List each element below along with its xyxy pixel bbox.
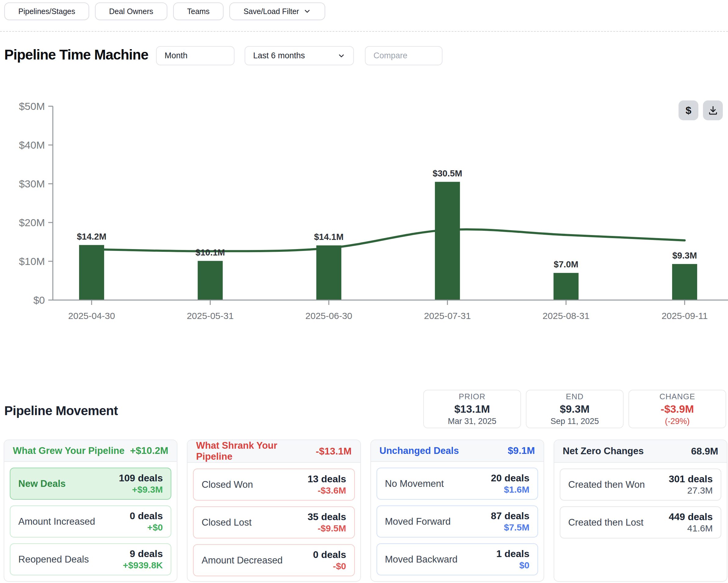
created-then-won-label: Created then Won xyxy=(568,479,645,490)
amount-decreased-amount: -$0 xyxy=(313,561,346,572)
amount-decreased-values: 0 deals -$0 xyxy=(313,549,346,572)
created-then-lost-values: 449 deals 41.6M xyxy=(669,511,713,534)
closed-lost-values: 35 deals -$9.5M xyxy=(308,511,346,534)
chart-bar[interactable] xyxy=(79,245,104,300)
grew-pipeline-card: What Grew Your Pipeline +$10.2M New Deal… xyxy=(4,440,177,582)
new-deals-count: 109 deals xyxy=(119,473,163,484)
bar-value-label: $14.1M xyxy=(314,232,343,242)
teams-label: Teams xyxy=(187,7,210,16)
moved-backward-count: 1 deals xyxy=(496,548,529,559)
date-range-label: Last 6 months xyxy=(253,51,305,60)
moved-backward-label: Moved Backward xyxy=(385,554,458,565)
created-then-won-values: 301 deals 27.3M xyxy=(669,473,713,496)
net-zero-changes-card: Net Zero Changes 68.9M Created then Won … xyxy=(554,440,727,582)
movement-heading: Pipeline Movement xyxy=(4,403,118,418)
chart-bar[interactable] xyxy=(672,264,697,300)
deal-owners-filter-button[interactable]: Deal Owners xyxy=(95,2,167,20)
bar-value-label: $7.0M xyxy=(554,260,578,269)
x-tick-label: 2025-07-31 xyxy=(424,311,471,321)
save-load-filter-button[interactable]: Save/Load Filter xyxy=(229,2,325,20)
new-deals-item[interactable]: New Deals 109 deals +$9.3M xyxy=(10,468,171,500)
dashed-divider xyxy=(0,31,728,32)
closed-lost-item[interactable]: Closed Lost 35 deals -$9.5M xyxy=(193,506,355,538)
y-tick-label: $10M xyxy=(19,256,45,267)
grew-pipeline-title: What Grew Your Pipeline xyxy=(13,445,125,456)
compare-field-wrap xyxy=(365,46,442,65)
moved-forward-count: 87 deals xyxy=(491,510,529,522)
reopened-deals-values: 9 deals +$939.8K xyxy=(123,548,163,571)
granularity-label: Month xyxy=(164,51,187,60)
created-then-lost-label: Created then Lost xyxy=(568,517,643,528)
chart-bar[interactable] xyxy=(316,245,341,300)
end-date: Sep 11, 2025 xyxy=(551,417,599,426)
new-deals-label: New Deals xyxy=(18,478,66,489)
grew-pipeline-total: +$10.2M xyxy=(130,445,168,456)
reopened-deals-amount: +$939.8K xyxy=(123,560,163,571)
page-title: Pipeline Time Machine xyxy=(4,46,149,63)
reopened-deals-item[interactable]: Reopened Deals 9 deals +$939.8K xyxy=(10,543,171,575)
closed-won-item[interactable]: Closed Won 13 deals -$3.6M xyxy=(193,469,355,501)
new-deals-values: 109 deals +$9.3M xyxy=(119,473,163,495)
net-zero-changes-total: 68.9M xyxy=(691,446,718,457)
y-tick-label: $20M xyxy=(19,217,45,228)
created-then-won-count: 301 deals xyxy=(669,473,713,485)
no-movement-item[interactable]: No Movement 20 deals $1.6M xyxy=(376,468,538,500)
closed-lost-amount: -$9.5M xyxy=(308,523,346,534)
end-stat-card: END $9.3M Sep 11, 2025 xyxy=(526,390,624,428)
x-tick-label: 2025-06-30 xyxy=(305,311,352,321)
change-label: CHANGE xyxy=(659,392,695,401)
created-then-won-item[interactable]: Created then Won 301 deals 27.3M xyxy=(560,469,721,501)
amount-decreased-item[interactable]: Amount Decreased 0 deals -$0 xyxy=(193,544,355,576)
bar-value-label: $30.5M xyxy=(433,168,462,178)
amount-increased-amount: +$0 xyxy=(130,522,163,533)
download-button[interactable] xyxy=(703,100,723,120)
dollar-icon: $ xyxy=(685,104,691,116)
end-label: END xyxy=(566,392,583,401)
currency-toggle-button[interactable]: $ xyxy=(678,100,698,120)
closed-won-label: Closed Won xyxy=(202,479,253,490)
prior-value: $13.1M xyxy=(454,403,490,415)
reopened-deals-label: Reopened Deals xyxy=(18,554,89,565)
shrank-pipeline-body: Closed Won 13 deals -$3.6M Closed Lost 3… xyxy=(187,463,360,582)
chart-bar[interactable] xyxy=(554,273,579,300)
prior-date: Mar 31, 2025 xyxy=(448,417,496,426)
net-zero-changes-title: Net Zero Changes xyxy=(563,446,644,457)
chevron-down-icon xyxy=(337,52,345,60)
no-movement-label: No Movement xyxy=(385,478,444,489)
reopened-deals-count: 9 deals xyxy=(123,548,163,559)
pipelines-stages-filter-button[interactable]: Pipelines/Stages xyxy=(4,2,89,20)
pipelines-stages-label: Pipelines/Stages xyxy=(18,7,75,16)
chart-bar[interactable] xyxy=(435,182,460,300)
chart-bar[interactable] xyxy=(198,261,223,300)
grew-pipeline-body: New Deals 109 deals +$9.3M Amount Increa… xyxy=(4,462,177,581)
amount-increased-item[interactable]: Amount Increased 0 deals +$0 xyxy=(10,505,171,537)
x-tick-label: 2025-04-30 xyxy=(68,311,115,321)
unchanged-deals-body: No Movement 20 deals $1.6M Moved Forward… xyxy=(371,462,544,581)
moved-forward-item[interactable]: Moved Forward 87 deals $7.5M xyxy=(376,505,538,537)
no-movement-count: 20 deals xyxy=(491,473,529,484)
bar-value-label: $9.3M xyxy=(672,250,697,260)
shrank-pipeline-card: What Shrank Your Pipeline -$13.1M Closed… xyxy=(187,440,361,582)
teams-filter-button[interactable]: Teams xyxy=(173,2,224,20)
compare-input[interactable] xyxy=(373,51,434,60)
new-deals-amount: +$9.3M xyxy=(119,484,163,495)
y-tick-label: $50M xyxy=(19,100,45,112)
created-then-lost-item[interactable]: Created then Lost 449 deals 41.6M xyxy=(560,506,721,538)
amount-increased-count: 0 deals xyxy=(130,510,163,522)
net-zero-changes-header: Net Zero Changes 68.9M xyxy=(554,440,727,463)
created-then-lost-amount: 41.6M xyxy=(669,523,713,534)
moved-forward-values: 87 deals $7.5M xyxy=(491,510,529,533)
shrank-pipeline-header: What Shrank Your Pipeline -$13.1M xyxy=(187,440,360,463)
y-tick-label: $40M xyxy=(19,139,45,151)
moved-backward-item[interactable]: Moved Backward 1 deals $0 xyxy=(376,543,538,575)
date-range-select[interactable]: Last 6 months xyxy=(244,46,354,65)
amount-increased-values: 0 deals +$0 xyxy=(130,510,163,533)
granularity-button[interactable]: Month xyxy=(156,46,235,65)
amount-decreased-count: 0 deals xyxy=(313,549,346,560)
movement-stats-row: PRIOR $13.1M Mar 31, 2025 END $9.3M Sep … xyxy=(423,390,726,428)
moved-forward-label: Moved Forward xyxy=(385,516,451,527)
deal-owners-label: Deal Owners xyxy=(109,7,153,16)
filter-bar: Pipelines/Stages Deal Owners Teams Save/… xyxy=(4,2,325,20)
bar-value-label: $10.1M xyxy=(196,247,225,257)
closed-won-values: 13 deals -$3.6M xyxy=(308,473,346,496)
